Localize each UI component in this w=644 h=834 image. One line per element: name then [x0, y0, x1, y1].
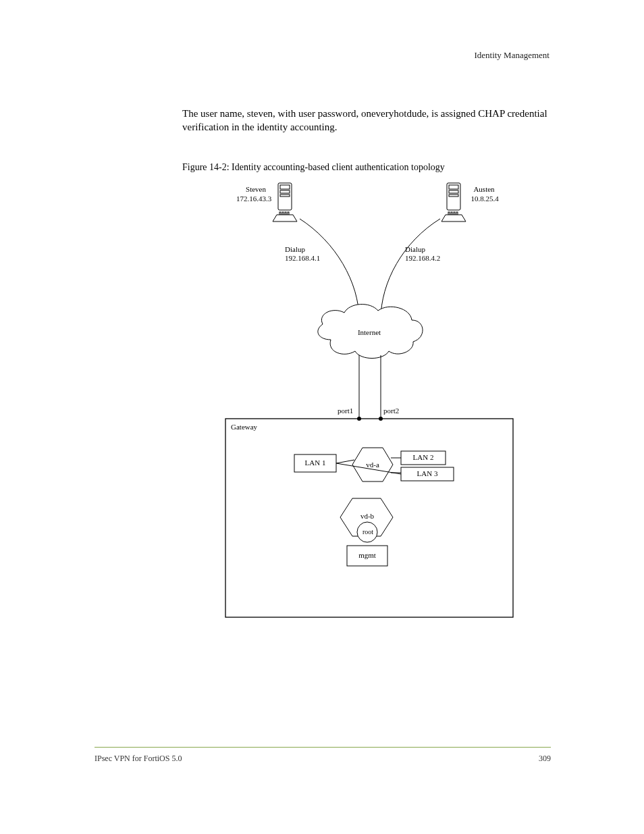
footer-page: 309 [539, 754, 551, 764]
label-gateway: Gateway [231, 423, 257, 432]
label-lan2: LAN 2 [402, 453, 444, 462]
footer-rule [95, 747, 551, 748]
svg-rect-10 [449, 190, 458, 193]
svg-point-20 [379, 417, 383, 421]
footer-product: IPsec VPN for FortiOS 5.0 [95, 754, 182, 764]
label-server-right-name: Austen [467, 185, 501, 194]
label-dialup-right: Dialup 192.168.4.2 [405, 245, 459, 262]
label-port1: port1 [338, 407, 353, 415]
figure-caption: Figure 14-2: Identity accounting-based c… [182, 162, 445, 173]
label-lan1: LAN 1 [297, 459, 333, 467]
label-vdb: vd-b [352, 512, 382, 521]
svg-point-19 [357, 417, 361, 421]
label-server-left-name: Steven [239, 185, 273, 194]
label-dialup-left: Dialup 192.168.4.1 [285, 245, 339, 262]
svg-rect-1 [280, 185, 290, 189]
label-server-left-ip: 172.16.43.3 [234, 194, 274, 203]
network-diagram: Steven 172.16.43.3 Austen 10.8.25.4 Dial… [224, 181, 514, 619]
label-lan3: LAN 3 [402, 469, 452, 478]
label-root: root [359, 528, 377, 536]
label-vda: vd-a [359, 461, 386, 469]
label-mgmt: mgmt [350, 551, 385, 560]
svg-rect-2 [280, 190, 290, 193]
label-server-right-ip: 10.8.25.4 [464, 194, 505, 203]
svg-rect-3 [280, 194, 290, 197]
svg-rect-9 [449, 185, 458, 189]
label-cloud: Internet [352, 328, 386, 337]
page: Identity Management The user name, steve… [0, 0, 644, 834]
label-port2: port2 [383, 407, 399, 415]
running-header: Identity Management [474, 50, 549, 61]
body-paragraph: The user name, steven, with user passwor… [182, 107, 587, 134]
svg-rect-11 [449, 194, 458, 197]
